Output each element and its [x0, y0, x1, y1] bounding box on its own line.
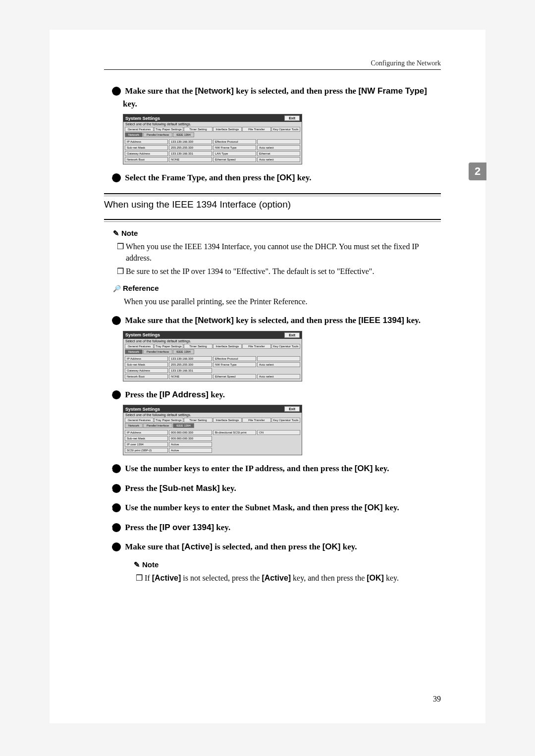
step-number-icon: 2: [112, 173, 121, 182]
section-rule: [104, 219, 441, 222]
system-settings-screenshot-3: System SettingsExit Select one of the fo…: [123, 405, 302, 455]
step-b7: 7 Make sure that [Active] is selected, a…: [123, 540, 441, 553]
ss-title: System Settings: [125, 116, 160, 121]
section-heading: When using the IEEE 1394 Interface (opti…: [104, 199, 441, 210]
chapter-tab: 2: [469, 162, 486, 180]
step-number-icon: 3: [112, 464, 121, 473]
step-number-icon: 5: [112, 503, 121, 512]
step-a1: 1 Make sure that the [Network] key is se…: [123, 85, 441, 110]
exit-button: Exit: [284, 115, 300, 121]
step-b1: 1 Make sure that the [Network] key is se…: [123, 314, 441, 327]
running-header: Configuring the Network: [104, 59, 441, 70]
sub-note-item: If [Active] is not selected, press the […: [145, 572, 441, 584]
step-b5: 5 Use the number keys to enter the Subne…: [123, 501, 441, 514]
step-number-icon: 4: [112, 484, 121, 493]
step-a2: 2 Select the Frame Type, and then press …: [123, 171, 441, 184]
note-heading: Note: [113, 229, 441, 238]
step-b4: 4 Press the [Sub-net Mask] key.: [123, 482, 441, 495]
reference-body: When you use parallel printing, see the …: [124, 296, 441, 307]
step-number-icon: 1: [112, 316, 121, 325]
document-page: Configuring the Network 2 1 Make sure th…: [50, 30, 485, 723]
sub-note-heading: Note: [134, 560, 441, 569]
step-number-icon: 6: [112, 523, 121, 532]
page-number: 39: [433, 695, 441, 703]
section-rule: [104, 193, 441, 196]
ss-main-tabs: General Features Tray Paper Settings Tim…: [123, 126, 302, 132]
system-settings-screenshot-1: System SettingsExit Select one of the fo…: [123, 114, 302, 164]
system-settings-screenshot-2: System SettingsExit Select one of the fo…: [123, 331, 302, 381]
step-number-icon: 2: [112, 390, 121, 399]
step-number-icon: 7: [112, 542, 121, 551]
step-b6: 6 Press the [IP over 1394] key.: [123, 521, 441, 534]
step-b3: 3 Use the number keys to enter the IP ad…: [123, 462, 441, 475]
note-item: When you use the IEEE 1394 Interface, yo…: [126, 241, 441, 264]
note-item: Be sure to set the IP over 1394 to "Effe…: [126, 266, 441, 277]
step-b2: 2 Press the [IP Address] key.: [123, 388, 441, 401]
reference-heading: Reference: [113, 284, 441, 293]
step-number-icon: 1: [112, 87, 121, 96]
